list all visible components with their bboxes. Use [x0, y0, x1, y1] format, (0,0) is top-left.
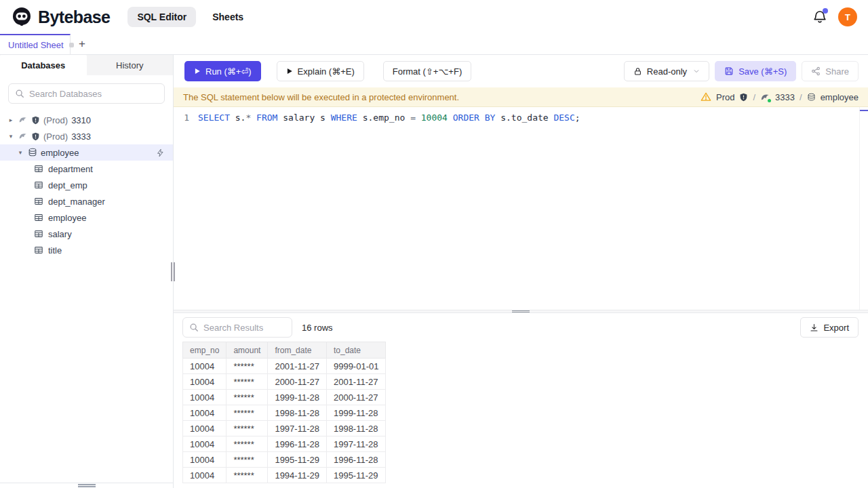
- tab-history[interactable]: History: [87, 55, 174, 75]
- tab-databases[interactable]: Databases: [0, 55, 87, 75]
- run-button[interactable]: Run (⌘+⏎): [184, 61, 261, 81]
- code-line-1[interactable]: 1 SELECT s.* FROM salary s WHERE s.emp_n…: [174, 110, 868, 125]
- table-icon: [34, 229, 43, 239]
- table-body: 10004******2001-11-279999-01-0110004****…: [183, 359, 386, 483]
- editor-scrollbar-track[interactable]: [859, 107, 860, 310]
- sidebar-table-dept_manager[interactable]: dept_manager: [0, 193, 173, 209]
- table-cell: 1998-11-28: [268, 405, 327, 421]
- table-row[interactable]: 10004******2000-11-272001-11-27: [183, 374, 386, 390]
- instance-env: (Prod): [43, 131, 68, 142]
- table-cell: 10004: [183, 436, 226, 452]
- user-avatar[interactable]: T: [838, 7, 857, 26]
- table-cell: 1994-11-29: [268, 468, 327, 483]
- sql-token: s.: [230, 113, 245, 123]
- export-button[interactable]: Export: [800, 317, 859, 338]
- table-cell: 1996-11-28: [326, 452, 386, 468]
- explain-button[interactable]: Explain (⌘+E): [277, 61, 364, 81]
- column-header-to_date[interactable]: to_date: [326, 342, 386, 359]
- table-cell: ******: [226, 390, 268, 405]
- table-icon: [34, 164, 43, 174]
- search-icon: [189, 323, 199, 332]
- share-button[interactable]: Share: [802, 61, 859, 81]
- sidebar-table-title[interactable]: title: [0, 242, 173, 258]
- main-panel: Run (⌘+⏎) Explain (⌘+E) Format (⇧+⌥+F): [174, 55, 868, 488]
- instance-row-3333[interactable]: ▾ (Prod) 3333: [0, 128, 173, 144]
- grip-icon: [512, 310, 530, 313]
- environment-label: Prod: [716, 92, 734, 102]
- search-icon: [15, 89, 24, 98]
- table-cell: 9999-01-01: [326, 359, 386, 374]
- sidebar-resize-handle[interactable]: [171, 262, 176, 281]
- sheet-tab-untitled[interactable]: Untitled Sheet: [0, 34, 71, 54]
- table-cell: 10004: [183, 374, 226, 390]
- table-row[interactable]: 10004******1997-11-281998-11-28: [183, 421, 386, 436]
- shield-icon: [31, 116, 40, 125]
- table-name: salary: [48, 229, 72, 239]
- table-cell: 1996-11-28: [268, 436, 327, 452]
- chevron-down-icon[interactable]: ▾: [16, 149, 24, 156]
- status-ok-dot: [768, 99, 771, 102]
- database-row-employee[interactable]: ▾ employee: [0, 144, 173, 161]
- table-cell: 10004: [183, 359, 226, 374]
- database-search-box[interactable]: [8, 83, 165, 104]
- lightning-bolt-icon[interactable]: [156, 148, 165, 157]
- column-header-emp_no[interactable]: emp_no: [183, 342, 226, 359]
- chevron-down-icon[interactable]: ▾: [7, 133, 15, 140]
- play-icon: [194, 68, 201, 75]
- connection-breadcrumb: Prod / 3333 /: [701, 92, 859, 102]
- table-row[interactable]: 10004******1998-11-281999-11-28: [183, 405, 386, 421]
- sidebar-table-dept_emp[interactable]: dept_emp: [0, 177, 173, 193]
- column-header-from_date[interactable]: from_date: [268, 342, 327, 359]
- table-cell: 2000-11-27: [268, 374, 327, 390]
- table-row[interactable]: 10004******1999-11-282000-11-27: [183, 390, 386, 405]
- save-button[interactable]: Save (⌘+S): [715, 61, 796, 81]
- table-row[interactable]: 10004******1996-11-281997-11-28: [183, 436, 386, 452]
- brand[interactable]: Bytebase: [11, 6, 110, 28]
- breadcrumb-instance[interactable]: 3333: [775, 92, 795, 102]
- table-cell: ******: [226, 468, 268, 483]
- mysql-instance-icon: [18, 131, 28, 141]
- sidebar-table-salary[interactable]: salary: [0, 226, 173, 242]
- readonly-mode-dropdown[interactable]: Read-only: [624, 61, 709, 81]
- sidebar-search: [8, 83, 165, 104]
- banner-message: The SQL statement below will be executed…: [183, 92, 459, 102]
- sql-editor[interactable]: 1 SELECT s.* FROM salary s WHERE s.emp_n…: [174, 107, 868, 310]
- grip-icon: [78, 483, 96, 488]
- results-search-box[interactable]: [182, 317, 292, 338]
- format-button[interactable]: Format (⇧+⌥+F): [383, 61, 471, 81]
- topbar-right: T: [812, 7, 857, 26]
- add-sheet-button[interactable]: +: [71, 34, 94, 54]
- chevron-right-icon[interactable]: ▸: [7, 117, 15, 123]
- table-cell: 2001-11-27: [326, 374, 386, 390]
- table-cell: 10004: [183, 405, 226, 421]
- instance-row-3310[interactable]: ▸ (Prod) 3310: [0, 112, 173, 128]
- breadcrumb-database[interactable]: employee: [821, 92, 859, 102]
- sql-token: 10004: [421, 113, 448, 123]
- notification-bell-icon[interactable]: [812, 9, 827, 24]
- warning-triangle-icon: [701, 92, 711, 102]
- sheet-tab-bar: Untitled Sheet +: [0, 34, 868, 55]
- table-icon: [34, 197, 43, 206]
- nav-sheets[interactable]: Sheets: [203, 7, 253, 27]
- sql-token: [416, 113, 421, 123]
- overview-cursor-mark: [860, 110, 868, 111]
- column-header-amount[interactable]: amount: [226, 342, 268, 359]
- table-row[interactable]: 10004******2001-11-279999-01-01: [183, 359, 386, 374]
- sidebar-table-employee[interactable]: employee: [0, 209, 173, 226]
- result-table-wrap: emp_noamountfrom_dateto_date 10004******…: [174, 342, 868, 488]
- search-databases-input[interactable]: [29, 89, 158, 99]
- table-icon: [34, 213, 43, 222]
- editor-toolbar: Run (⌘+⏎) Explain (⌘+E) Format (⇧+⌥+F): [174, 55, 868, 87]
- sidebar: Databases History ▸: [0, 55, 174, 488]
- database-icon: [807, 93, 816, 102]
- sidebar-bottom-resize-handle[interactable]: [0, 483, 173, 488]
- search-results-input[interactable]: [203, 323, 285, 333]
- table-cell: 2000-11-27: [326, 390, 386, 405]
- table-icon: [34, 245, 43, 255]
- table-name: employee: [48, 213, 86, 223]
- table-row[interactable]: 10004******1995-11-291996-11-28: [183, 452, 386, 468]
- nav-sql-editor[interactable]: SQL Editor: [127, 7, 196, 27]
- sidebar-table-department[interactable]: department: [0, 161, 173, 177]
- table-row[interactable]: 10004******1994-11-291995-11-29: [183, 468, 386, 483]
- top-nav: SQL Editor Sheets: [127, 7, 253, 27]
